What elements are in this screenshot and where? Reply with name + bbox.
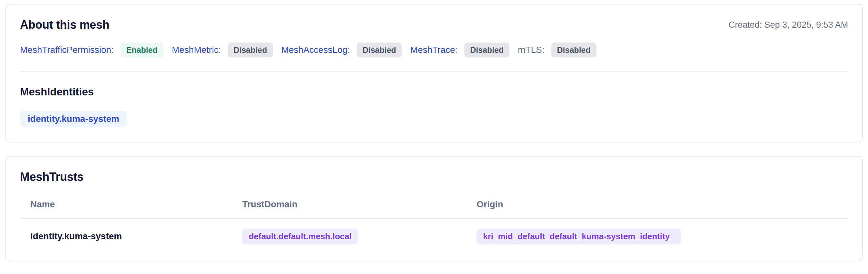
identity-tag: identity.kuma-system (20, 111, 127, 127)
mesh-identities-heading: MeshIdentities (20, 86, 848, 98)
mesh-trusts-table: Name TrustDomain Origin identity.kuma-sy… (20, 188, 848, 255)
status-badge-disabled: Disabled (228, 42, 273, 57)
table-header-row: Name TrustDomain Origin (20, 188, 848, 218)
trust-name: identity.kuma-system (30, 231, 122, 241)
mesh-access-log-link[interactable]: MeshAccessLog (281, 45, 347, 55)
column-header-origin: Origin (466, 188, 848, 218)
mesh-feature-list: MeshTrafficPermission: Enabled MeshMetri… (20, 42, 848, 57)
status-badge-disabled: Disabled (357, 42, 402, 57)
mesh-metric-link[interactable]: MeshMetric (172, 45, 218, 55)
colon-separator: : (111, 45, 114, 55)
cell-origin: kri_mid_default_default_kuma-system_iden… (466, 218, 848, 255)
card-divider (20, 71, 848, 71)
feature-mesh-access-log: MeshAccessLog: Disabled (281, 42, 402, 57)
status-badge-disabled: Disabled (551, 42, 596, 57)
column-header-trust-domain: TrustDomain (232, 188, 466, 218)
mesh-traffic-permission-link[interactable]: MeshTrafficPermission (20, 45, 111, 55)
feature-mesh-trace: MeshTrace: Disabled (410, 42, 509, 57)
feature-label: MeshAccessLog: (281, 45, 350, 55)
feature-mtls: mTLS: Disabled (518, 42, 596, 57)
colon-separator: : (542, 45, 545, 55)
about-card-title: About this mesh (20, 18, 110, 32)
feature-label: MeshMetric: (172, 45, 221, 55)
mesh-trusts-card: MeshTrusts Name TrustDomain Origin ident… (5, 156, 863, 262)
colon-separator: : (218, 45, 221, 55)
feature-label: MeshTrafficPermission: (20, 45, 114, 55)
column-header-name: Name (20, 188, 232, 218)
mesh-trace-link[interactable]: MeshTrace (410, 45, 455, 55)
feature-label: mTLS: (518, 45, 544, 55)
cell-trust-domain: default.default.mesh.local (232, 218, 466, 255)
mesh-identities-list: identity.kuma-system (20, 111, 848, 127)
feature-mesh-metric: MeshMetric: Disabled (172, 42, 273, 57)
cell-name: identity.kuma-system (20, 218, 232, 255)
colon-separator: : (455, 45, 458, 55)
status-badge-disabled: Disabled (464, 42, 509, 57)
feature-label: MeshTrace: (410, 45, 458, 55)
about-mesh-card: About this mesh Created: Sep 3, 2025, 9:… (5, 4, 863, 143)
origin-tag: kri_mid_default_default_kuma-system_iden… (476, 229, 681, 244)
created-timestamp: Created: Sep 3, 2025, 9:53 AM (728, 20, 848, 30)
colon-separator: : (347, 45, 350, 55)
table-row: identity.kuma-system default.default.mes… (20, 218, 848, 255)
trusts-card-title: MeshTrusts (20, 170, 848, 184)
mtls-label: mTLS (518, 45, 542, 55)
about-card-header: About this mesh Created: Sep 3, 2025, 9:… (20, 18, 848, 32)
trust-domain-tag: default.default.mesh.local (242, 229, 358, 244)
feature-mesh-traffic-permission: MeshTrafficPermission: Enabled (20, 42, 163, 57)
status-badge-enabled: Enabled (121, 42, 163, 57)
